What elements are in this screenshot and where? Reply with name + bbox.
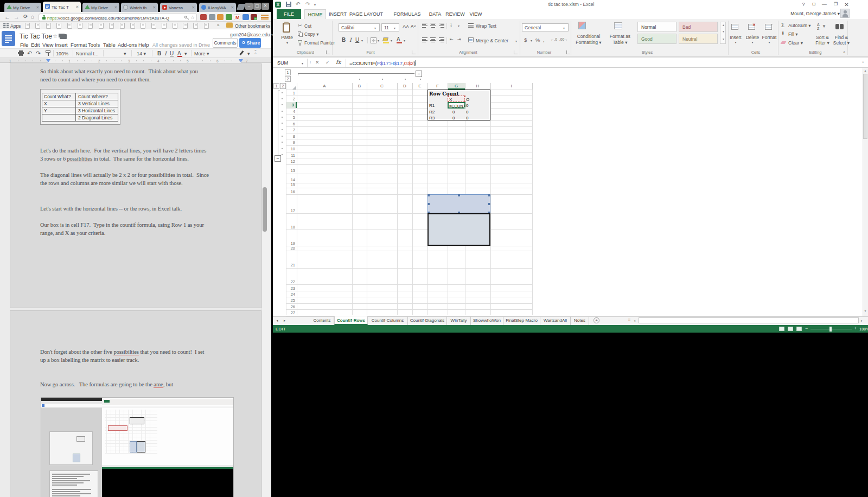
row-header-18[interactable]: 18 <box>286 213 297 230</box>
docs-menu-edit[interactable]: Edit <box>31 42 40 48</box>
ribbon-tab-review[interactable]: REVIEW <box>442 9 468 19</box>
font-size-select[interactable]: 11▾ <box>381 23 399 31</box>
style-neutral[interactable]: Neutral <box>679 34 718 44</box>
edit-mode-icon[interactable] <box>240 50 246 56</box>
comments-button[interactable]: Comments <box>213 38 238 48</box>
styles-gallery-scroll[interactable]: ▲▼▼ <box>720 22 726 44</box>
row-header-17[interactable]: 17 <box>286 194 297 213</box>
outline-row-level-1[interactable]: 1 <box>273 83 279 89</box>
undo-icon[interactable]: ↶ <box>27 50 34 56</box>
col-header-E[interactable]: E <box>412 83 427 90</box>
maximize-button[interactable]: ▢ <box>253 3 261 10</box>
bookmark-icon[interactable] <box>25 23 30 29</box>
zoom-out-icon[interactable]: − <box>805 326 809 331</box>
bookmark-icon[interactable] <box>35 23 40 29</box>
decrease-decimal-icon[interactable]: .00→ <box>559 37 567 43</box>
merge-center-icon[interactable] <box>468 37 474 43</box>
font-select[interactable]: ▾ <box>124 51 129 56</box>
align-icon[interactable] <box>422 23 428 28</box>
orientation-icon[interactable]: ⤵ <box>450 22 457 29</box>
align-icon[interactable] <box>438 23 444 28</box>
new-sheet-icon[interactable]: + <box>593 317 599 323</box>
bookmark-icon[interactable] <box>109 23 114 29</box>
comma-icon[interactable]: , <box>543 37 547 43</box>
bookmark-icon[interactable] <box>46 23 51 29</box>
clear-label[interactable]: Clear ▾ <box>788 40 810 45</box>
excel-vscrollbar-thumb[interactable] <box>863 74 867 139</box>
extension-icon[interactable]: M <box>234 14 240 20</box>
col-header-C[interactable]: C <box>367 83 397 90</box>
delete-cells-icon[interactable]: ✕ <box>748 23 757 30</box>
docs-menu-file[interactable]: File <box>20 42 28 48</box>
sheet-tab-finalstep-macro[interactable]: FinalStep-Macro <box>503 316 540 325</box>
outline-collapse-button[interactable]: − <box>416 71 422 77</box>
ribbon-tab-formulas[interactable]: FORMULAS <box>392 9 423 19</box>
row-header-26[interactable]: 26 <box>286 303 297 310</box>
sheet-tab-notes[interactable]: Notes <box>571 316 589 325</box>
ribbon-tab-view[interactable]: VIEW <box>465 9 486 19</box>
fill-label[interactable]: Fill ▾ <box>788 31 810 36</box>
row-header-13[interactable]: 13 <box>286 164 297 174</box>
format-table-label[interactable]: Format as <box>605 34 635 39</box>
tab-close-icon[interactable]: ✕ <box>192 5 195 9</box>
docs-menu-tools[interactable]: Tools <box>88 42 100 48</box>
hscroll-right-icon[interactable]: ▸ <box>861 318 865 323</box>
save-icon[interactable] <box>286 2 291 7</box>
extension-icon[interactable] <box>200 14 207 20</box>
bookmark-icon[interactable] <box>141 23 145 29</box>
clear-icon[interactable] <box>781 40 787 46</box>
sheet-tab-showwhowon[interactable]: ShowwhoWon <box>471 316 503 325</box>
sheet-nav-left-icon[interactable]: ◂ <box>276 318 280 323</box>
insert-cells-icon[interactable] <box>731 23 740 30</box>
row-header-23[interactable]: 23 <box>286 284 297 291</box>
menu-icon[interactable] <box>261 14 269 20</box>
ribbon-tab-data[interactable]: DATA <box>426 9 444 19</box>
cut-icon[interactable]: ✂ <box>298 23 303 28</box>
doc-scrollbar[interactable] <box>261 63 271 497</box>
increase-decimal-icon[interactable]: ←.0 <box>551 37 558 43</box>
normal-view-icon[interactable] <box>779 327 784 331</box>
collapse-ribbon-icon[interactable]: ˄ <box>843 50 848 55</box>
row-header-2[interactable]: 2 <box>286 95 297 101</box>
row-header-8[interactable]: 8 <box>286 133 297 139</box>
underline-button[interactable]: U <box>170 50 175 56</box>
find-select-label[interactable]: Find & <box>832 35 851 40</box>
col-header-A[interactable]: A <box>297 83 352 90</box>
conditional-formatting-label[interactable]: Conditional <box>570 34 608 39</box>
text-color-button[interactable]: A <box>177 50 183 56</box>
hscroll-left-icon[interactable]: ◂ <box>634 318 637 323</box>
row-header-4[interactable]: 4 <box>286 108 297 114</box>
insert-function-icon[interactable]: fx <box>336 59 343 66</box>
home-icon[interactable]: ⌂ <box>31 14 37 20</box>
dialog-launcher-icon[interactable] <box>326 50 330 54</box>
bookmark-icon[interactable] <box>99 23 104 29</box>
account-email[interactable]: gxm204@case.edu ▾ <box>230 32 268 37</box>
browser-tab[interactable]: Vaness✕ <box>160 3 197 12</box>
row-header-15[interactable]: 15 <box>286 183 297 188</box>
page-break-view-icon[interactable] <box>796 327 802 331</box>
row-header-27[interactable]: 27 <box>286 309 297 316</box>
bookmark-icon[interactable] <box>78 23 82 29</box>
paste-button[interactable]: Paste▾ <box>279 22 295 48</box>
browser-tab[interactable]: My Drive✕ <box>82 3 119 12</box>
star-icon[interactable]: ☆ <box>53 33 59 39</box>
wrap-text-icon[interactable] <box>468 23 474 29</box>
minimize-button[interactable]: — <box>821 2 828 8</box>
scroll-up-icon[interactable]: ▲ <box>863 69 867 72</box>
formula-text[interactable]: =COUNTIF(F$17:H$17,G$2) <box>349 60 729 66</box>
decrease-indent-icon[interactable]: ⇤ <box>450 37 456 43</box>
ribbon-options-icon[interactable]: ⊡ <box>810 2 817 8</box>
ribbon-tab-page-layout[interactable]: PAGE LAYOUT <box>344 9 388 19</box>
bold-button[interactable]: B <box>342 37 347 43</box>
autosum-icon[interactable]: Σ <box>781 22 787 28</box>
row-header-10[interactable]: 10 <box>286 145 297 152</box>
restore-button[interactable]: ❐ <box>832 2 839 8</box>
sheet-tab-countif-columns[interactable]: Countif-Columns <box>368 316 408 325</box>
format-cells-icon[interactable]: ↔ <box>765 23 774 30</box>
docs-menu-help[interactable]: Help <box>138 42 149 48</box>
cut-label[interactable]: Cut <box>304 23 321 28</box>
browser-tab[interactable]: My Drive✕ <box>4 3 41 12</box>
col-header-I[interactable]: I <box>490 83 532 90</box>
search-icon[interactable] <box>184 15 189 20</box>
more-button[interactable]: More ▾ <box>194 51 214 56</box>
